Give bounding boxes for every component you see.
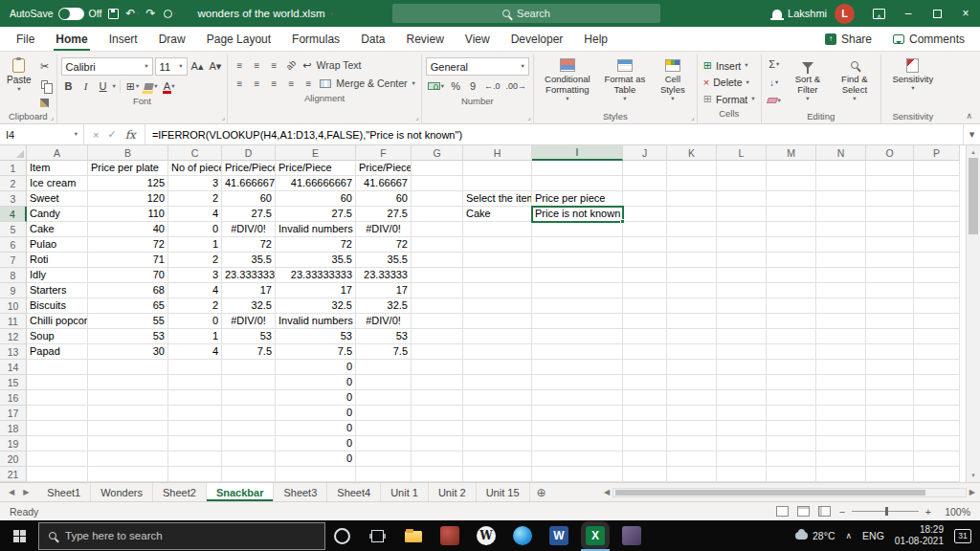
cell-N3[interactable] [816,191,866,207]
cell-L6[interactable] [717,237,767,253]
cell-A16[interactable] [27,390,88,406]
expand-formula-bar-button[interactable]: ▾ [963,124,980,144]
cell-A18[interactable] [27,421,88,436]
sheet-tab-sheet4[interactable]: Sheet4 [327,483,381,501]
cell-I5[interactable] [532,222,623,237]
ribbon-tab-home[interactable]: Home [45,27,98,51]
row-header-6[interactable]: 6 [0,237,27,253]
conditional-formatting-button[interactable]: Conditional Formatting ▾ [538,55,597,101]
row-header-16[interactable]: 16 [0,390,27,406]
ribbon-tab-view[interactable]: View [455,27,501,51]
cell-C13[interactable]: 4 [168,344,222,360]
cell-J18[interactable] [623,421,667,436]
cell-J16[interactable] [623,390,667,406]
cell-D18[interactable] [222,421,276,436]
cell-J6[interactable] [623,237,667,253]
ribbon-tab-formulas[interactable]: Formulas [281,27,350,51]
decrease-decimal-button[interactable]: .00→ [504,78,529,94]
cell-J8[interactable] [623,268,667,283]
row-header-21[interactable]: 21 [0,467,27,482]
cell-N4[interactable] [816,207,866,222]
cell-L7[interactable] [717,253,767,268]
select-all-button[interactable] [0,145,27,161]
cortana-icon[interactable] [334,528,350,544]
italic-button[interactable]: I [78,78,94,94]
cell-E5[interactable]: Invalid numbers [276,222,356,237]
cell-L5[interactable] [717,222,767,237]
ribbon-tab-developer[interactable]: Developer [501,27,574,51]
align-left-button[interactable]: ≡ [232,76,247,91]
cell-styles-button[interactable]: Cell Styles ▾ [653,55,693,101]
cell-K20[interactable] [667,452,717,467]
cell-J1[interactable] [623,161,667,176]
cell-O9[interactable] [866,283,914,298]
cell-K6[interactable] [667,237,717,253]
column-header-K[interactable]: K [667,145,717,161]
cell-O11[interactable] [866,314,914,329]
cell-A3[interactable]: Sweet [27,191,88,207]
cell-B10[interactable]: 65 [88,298,168,314]
cell-P12[interactable] [914,329,960,344]
cell-M13[interactable] [767,344,816,360]
align-center-button[interactable]: ≡ [249,76,264,91]
cell-M4[interactable] [767,207,816,222]
app-icon-red[interactable] [440,526,459,545]
cell-A12[interactable]: Soup [27,329,88,344]
cell-C4[interactable]: 4 [168,207,222,222]
column-header-N[interactable]: N [816,145,866,161]
cell-P7[interactable] [914,253,960,268]
cell-G2[interactable] [412,176,463,191]
orientation-button[interactable]: ab [283,57,299,73]
cell-G21[interactable] [412,467,463,482]
cell-M1[interactable] [767,161,816,176]
decrease-indent-button[interactable]: ≡ [283,76,299,91]
autosave-switch[interactable] [58,8,84,20]
cell-L12[interactable] [717,329,767,344]
cell-E4[interactable]: 27.5 [276,207,356,222]
search-box[interactable]: Search [392,4,660,23]
cell-A4[interactable]: Candy [27,207,88,222]
cell-K10[interactable] [667,298,717,314]
cell-I16[interactable] [532,390,623,406]
cell-L3[interactable] [717,191,767,207]
cell-M7[interactable] [767,253,816,268]
cell-F9[interactable]: 17 [356,283,412,298]
cell-M17[interactable] [767,406,816,421]
close-button[interactable]: × [951,0,980,27]
task-view-icon[interactable] [368,526,387,545]
font-color-button[interactable]: A▾ [162,78,177,94]
column-header-B[interactable]: B [88,145,168,161]
cell-G1[interactable] [412,161,463,176]
cell-L4[interactable] [717,207,767,222]
cell-P5[interactable] [914,222,960,237]
row-header-12[interactable]: 12 [0,329,27,344]
cell-C16[interactable] [168,390,222,406]
cell-A19[interactable] [27,436,88,452]
cell-K1[interactable] [667,161,717,176]
alert-bell-icon[interactable] [772,10,782,18]
align-middle-button[interactable]: ≡ [249,57,264,73]
cell-F6[interactable]: 72 [356,237,412,253]
cell-M20[interactable] [767,452,816,467]
cell-L13[interactable] [717,344,767,360]
cell-N19[interactable] [816,436,866,452]
cell-J7[interactable] [623,253,667,268]
cell-N16[interactable] [816,390,866,406]
cell-M6[interactable] [767,237,816,253]
cell-E19[interactable]: 0 [276,436,356,452]
cell-F11[interactable]: #DIV/0! [356,314,412,329]
cell-D10[interactable]: 32.5 [222,298,276,314]
cell-D8[interactable]: 23.333333 [222,268,276,283]
cell-M10[interactable] [767,298,816,314]
cell-P21[interactable] [914,467,960,482]
excel-icon[interactable]: X [586,526,605,545]
align-top-button[interactable]: ≡ [232,57,247,73]
cell-M21[interactable] [767,467,816,482]
cell-O15[interactable] [866,375,914,390]
format-cells-button[interactable]: ⊞Format▾ [702,92,757,106]
sheet-tab-snackbar[interactable]: Snackbar [207,483,275,501]
font-name-combo[interactable]: Calibri▾ [61,57,153,76]
word-icon[interactable]: W [549,526,568,545]
cell-E14[interactable]: 0 [276,360,356,375]
cell-H8[interactable] [463,268,532,283]
